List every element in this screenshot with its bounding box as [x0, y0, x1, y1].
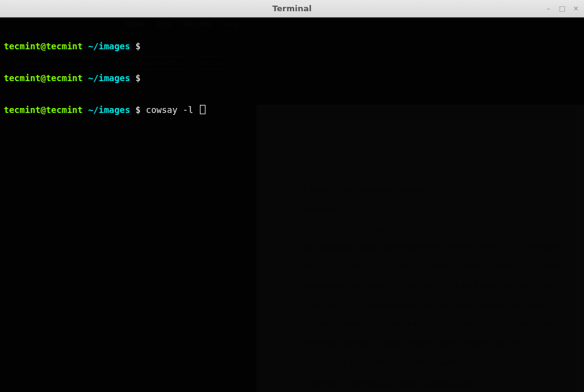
doc-line: How About Elephant inside ASCII Sanke? [304, 353, 572, 372]
prompt-line: tecmint@tecmint ~/images $ cowsay -l [4, 105, 205, 115]
ruler-tick: 3 [319, 79, 323, 86]
window-controls: – □ × [543, 2, 582, 14]
background-ruler: 1 2 3 4 5 6 7 8 9 10 11 [256, 72, 584, 86]
ruler-tick: 10 [495, 79, 503, 86]
doc-line: ghostbusters gnu head-in hellokitty kiss… [304, 276, 572, 295]
maximize-button[interactable]: □ [557, 2, 568, 14]
doc-line: turtle tux unipony unipony-smaller vader… [304, 333, 572, 353]
prompt-line: tecmint@tecmint ~/images $ [4, 41, 205, 52]
cursor-icon [200, 105, 205, 114]
prompt-user: tecmint@tecmint [4, 105, 82, 115]
doc-cmd: cowsay -f elephant-in-snake Tecmint is B… [311, 376, 477, 386]
close-button[interactable]: × [570, 2, 582, 14]
chevron-down-icon: ▾ [220, 60, 223, 66]
prompt-path: ~/images [88, 73, 130, 83]
prompt-sep [82, 105, 87, 115]
doc-cmd: cowsay -l [311, 203, 347, 213]
prompt-path: ~/images [88, 105, 130, 115]
prompt-dollar: $ [130, 73, 146, 83]
doc-line: mech-and-cow meow milk moofasa moose mut… [304, 295, 572, 315]
prompt-path: ~/images [88, 41, 130, 51]
background-document: Check a list of available animals. $ cow… [256, 105, 584, 392]
titlebar: Terminal – □ × [0, 0, 584, 17]
prompt-sep [82, 73, 87, 83]
doc-line: dragon dragon-and-cow duck elephant elep… [304, 257, 572, 276]
ruler-tick: 7 [420, 79, 423, 86]
doc-text: moose mutilated pony pony-sm [438, 300, 559, 310]
doc-underline: mech-and-cow [304, 300, 360, 310]
prompt-dollar: $ [130, 105, 146, 115]
doc-line: Check a list of available animals. [304, 180, 572, 199]
ruler-tick: 1 [269, 79, 272, 86]
menu-help: Help [222, 20, 239, 32]
doc-prompt: $ [304, 376, 311, 386]
prompt-dollar: $ [130, 41, 146, 51]
ruler-tick: 6 [395, 79, 398, 86]
doc-line: Cow files in /usr/share/cowsay/cows: [304, 218, 572, 238]
background-scrollbar [575, 105, 584, 392]
ruler-tick: 8 [445, 79, 449, 86]
command-text: cowsay -l [146, 105, 199, 115]
doc-text: bong bud-frogs bunny calvin cheese cock … [357, 242, 563, 252]
doc-text: meow milk [360, 300, 407, 310]
prompt-sep [82, 41, 87, 51]
ruler-tick: 5 [370, 79, 374, 86]
prompt-line: tecmint@tecmint ~/images $ [4, 73, 205, 84]
prompt-user: tecmint@tecmint [4, 73, 82, 83]
doc-underline: moofasa [407, 300, 439, 310]
window-title: Terminal [272, 4, 312, 13]
ruler-tick: 4 [344, 79, 348, 86]
doc-underline: apt beavis.zen [304, 242, 357, 252]
doc-line: skeleton snowman sodomized-sheep stegosa… [304, 314, 572, 333]
doc-prompt: $ [304, 203, 311, 213]
doc-line: $ cowsay -l [304, 199, 572, 218]
ruler-tick: 11 [525, 79, 533, 86]
terminal-client-area[interactable]: Table Tools Window Help Text Body ▾ Libe… [0, 17, 584, 392]
doc-line: $ cowsay -f elephant-in-snake Tecmint is… [304, 372, 572, 391]
terminal-output[interactable]: tecmint@tecmint ~/images $ tecmint@tecmi… [4, 20, 205, 137]
minimize-button[interactable]: – [543, 2, 554, 14]
doc-line: apt beavis.zen bong bud-frogs bunny calv… [304, 237, 572, 257]
ruler-tick: 2 [294, 79, 297, 86]
prompt-user: tecmint@tecmint [4, 41, 82, 51]
ruler-tick: 9 [470, 79, 474, 86]
